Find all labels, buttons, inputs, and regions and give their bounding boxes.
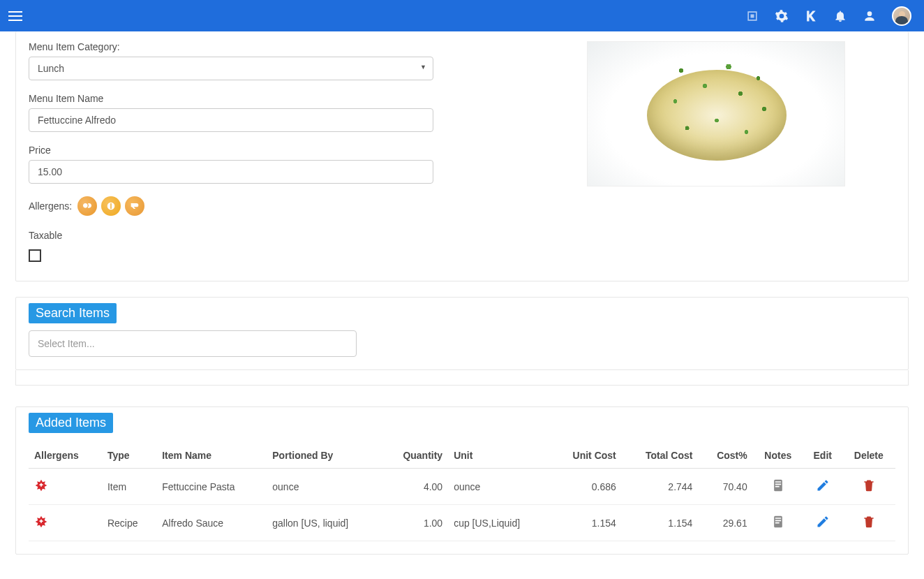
added-items-table: Allergens Type Item Name Portioned By Qu…	[29, 443, 895, 541]
col-quantity: Quantity	[382, 443, 449, 469]
cell-unit: ounce	[448, 469, 550, 505]
table-row: Item Fettuccine Pasta ounce 4.00 ounce 0…	[29, 469, 895, 505]
cell-quantity: 1.00	[382, 505, 449, 541]
category-select[interactable]: Lunch	[29, 57, 433, 80]
menu-toggle-button[interactable]	[8, 11, 22, 21]
price-label: Price	[29, 145, 433, 156]
cell-total-cost: 1.154	[622, 505, 699, 541]
cell-unit: cup [US,Liquid]	[448, 505, 550, 541]
cell-cost-pct: 70.40	[698, 469, 752, 505]
cell-type: Recipe	[102, 505, 156, 541]
table-row: Recipe Alfredo Sauce gallon [US, liquid]…	[29, 505, 895, 541]
topbar-right-group	[745, 6, 916, 26]
added-items-card: Added Items Allergens Type Item Name Por…	[15, 406, 909, 555]
menu-item-image	[587, 41, 845, 186]
notifications-bell-icon[interactable]	[833, 9, 847, 23]
cell-item-name: Alfredo Sauce	[156, 505, 267, 541]
col-allergens: Allergens	[29, 443, 102, 469]
taxable-label: Taxable	[29, 230, 433, 241]
item-name-label: Menu Item Name	[29, 93, 433, 104]
cell-type: Item	[102, 469, 156, 505]
allergen-medical-icon[interactable]	[34, 478, 48, 492]
item-name-input[interactable]	[29, 108, 433, 132]
user-account-icon[interactable]	[863, 9, 877, 23]
delete-trash-icon[interactable]	[862, 515, 876, 529]
category-label: Menu Item Category:	[29, 41, 433, 52]
taxable-checkbox[interactable]	[29, 249, 41, 262]
allergen-badge-1-icon[interactable]	[77, 196, 97, 216]
cell-item-name: Fettuccine Pasta	[156, 469, 267, 505]
cell-unit-cost: 1.154	[550, 505, 622, 541]
col-type: Type	[102, 443, 156, 469]
col-unit: Unit	[448, 443, 550, 469]
notes-icon[interactable]	[771, 478, 785, 492]
allergens-label: Allergens:	[29, 200, 72, 212]
cell-portioned-by: ounce	[267, 469, 381, 505]
allergen-medical-icon[interactable]	[34, 515, 48, 529]
search-items-card: Search Items	[15, 297, 909, 370]
col-delete: Delete	[842, 443, 895, 469]
col-portioned-by: Portioned By	[267, 443, 381, 469]
col-cost-pct: Cost%	[698, 443, 752, 469]
col-total-cost: Total Cost	[622, 443, 699, 469]
allergen-badge-2-icon[interactable]	[101, 196, 121, 216]
col-notes: Notes	[753, 443, 803, 469]
logo-k-icon[interactable]	[804, 9, 818, 23]
square-app-icon[interactable]	[745, 9, 759, 23]
price-input[interactable]	[29, 160, 433, 184]
svg-rect-1	[111, 203, 112, 209]
cell-unit-cost: 0.686	[550, 469, 622, 505]
menu-item-form-card: Menu Item Category: Lunch Menu Item Name…	[15, 31, 909, 281]
search-items-input[interactable]	[29, 330, 357, 357]
cell-total-cost: 2.744	[622, 469, 699, 505]
col-item-name: Item Name	[156, 443, 267, 469]
cell-portioned-by: gallon [US, liquid]	[267, 505, 381, 541]
user-avatar[interactable]	[892, 6, 911, 26]
settings-gear-icon[interactable]	[775, 9, 789, 23]
col-edit: Edit	[803, 443, 842, 469]
top-navigation-bar	[0, 0, 924, 31]
cell-quantity: 4.00	[382, 469, 449, 505]
added-items-title: Added Items	[29, 413, 113, 433]
edit-pencil-icon[interactable]	[816, 515, 830, 529]
divider-card	[15, 370, 909, 386]
delete-trash-icon[interactable]	[862, 478, 876, 492]
notes-icon[interactable]	[771, 515, 785, 529]
edit-pencil-icon[interactable]	[816, 478, 830, 492]
search-items-title: Search Items	[29, 303, 117, 323]
allergen-badge-3-icon[interactable]	[125, 196, 144, 216]
col-unit-cost: Unit Cost	[550, 443, 622, 469]
cell-cost-pct: 29.61	[698, 505, 752, 541]
